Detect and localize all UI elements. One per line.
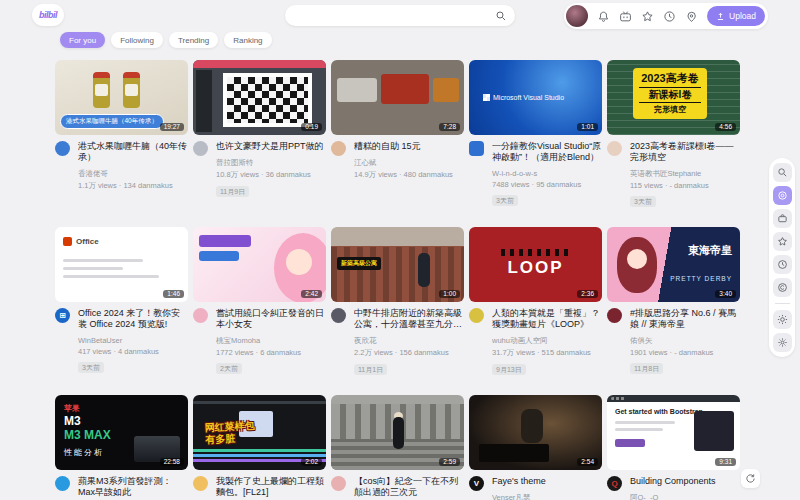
site-logo[interactable]: bilbil [32, 4, 64, 26]
uploader-avatar[interactable] [469, 308, 484, 323]
date-badge: 2天前 [216, 363, 242, 374]
tab-ranking[interactable]: Ranking [224, 32, 271, 48]
video-title[interactable]: 2023高考卷新課標I卷——完形填空 [630, 141, 740, 163]
video-card[interactable]: LOOP 2:36 人類的本質就是「重複」？獲獎動畫短片《LOOP》 wuhu动… [469, 227, 602, 376]
video-card[interactable]: 2:42 嘗試用繞口令糾正發音的日本小女友 桃宝Momoha 1772 view… [193, 227, 326, 376]
video-title[interactable]: 我製作了史上最爛的工程類麵包。[FL21] [216, 476, 326, 498]
video-thumbnail[interactable]: 网红菜样包 有多脏 2:02 [193, 395, 326, 470]
video-title[interactable]: 人類的本質就是「重複」？獲獎動畫短片《LOOP》 [492, 308, 602, 330]
video-author[interactable]: 佑俱矢 [630, 336, 740, 346]
tv-icon[interactable] [619, 10, 632, 23]
video-title[interactable]: 【cos向】紀念一下在不列顛出過的三次元 [354, 476, 464, 498]
clock-icon[interactable] [663, 10, 676, 23]
uploader-avatar[interactable] [469, 141, 484, 156]
video-author[interactable]: 夜欣花 [354, 336, 464, 346]
uploader-avatar[interactable] [193, 476, 208, 491]
video-thumbnail[interactable]: Get started with Bootstrap 9:31 [607, 395, 740, 470]
video-author[interactable]: W-i-n-d-o-w-s [492, 169, 602, 178]
duration-badge: 1:46 [163, 290, 184, 299]
user-avatar[interactable] [566, 5, 588, 27]
video-card[interactable]: 7:28 糟糕的自助 15元 江心赋 14.9万 views · 480 dan… [331, 60, 464, 208]
video-card[interactable]: 2:59 【cos向】紀念一下在不列顛出過的三次元 上智日頭圣诞屋 8.2万 v… [331, 395, 464, 500]
divider [775, 303, 790, 304]
video-author[interactable]: 普拉图斯特 [216, 158, 326, 168]
video-title[interactable]: Building Components [630, 476, 740, 487]
video-thumbnail[interactable]: 2:42 [193, 227, 326, 302]
uploader-avatar[interactable]: ⊞ [55, 308, 70, 323]
tab-trending[interactable]: Trending [169, 32, 218, 48]
video-author[interactable]: 阿Q-_-Q [630, 493, 740, 500]
uploader-avatar[interactable] [55, 141, 70, 156]
video-card[interactable]: Office 1:46 ⊞ Office 2024 来了！教你安装 Office… [55, 227, 188, 376]
uploader-avatar[interactable] [607, 308, 622, 323]
video-card[interactable]: 東海帝皇 PRETTY DERBY 3:40 #排版思路分享 No.6 / 賽馬… [607, 227, 740, 376]
video-title[interactable]: 蘋果M3系列首發評測：Max早該如此 [78, 476, 188, 498]
uploader-avatar[interactable]: V [469, 476, 484, 491]
video-thumbnail[interactable]: 東海帝皇 PRETTY DERBY 3:40 [607, 227, 740, 302]
video-title[interactable]: 一分鐘教你Visual Studio“原神啟動”！（適用於Blend） [492, 141, 602, 163]
video-thumbnail[interactable]: 2023高考卷 新课标I卷 完形填空 4:56 [607, 60, 740, 135]
video-author[interactable]: 江心赋 [354, 158, 464, 168]
video-thumbnail[interactable]: 港式水果咖喱牛腩（40年传承） 19:27 [55, 60, 188, 135]
clock-icon[interactable] [773, 255, 792, 274]
video-author[interactable]: 香港佬哥 [78, 169, 188, 179]
video-card[interactable]: 新築高級公寓 1:00 中野牛排店附近的新築高級公寓，十分溫馨甚至九分乾淨 夜欣… [331, 227, 464, 376]
search-bar[interactable] [285, 5, 515, 26]
refresh-button[interactable] [741, 469, 760, 488]
uploader-avatar[interactable] [607, 141, 622, 156]
video-thumbnail[interactable]: 苹果 M3 M3 MAX 性能分析 22:58 [55, 395, 188, 470]
recommend-icon[interactable] [773, 186, 792, 205]
briefcase-icon[interactable] [773, 209, 792, 228]
video-thumbnail[interactable]: LOOP 2:36 [469, 227, 602, 302]
pin-icon[interactable] [685, 10, 698, 23]
video-title[interactable]: Office 2024 来了！教你安装 Office 2024 预览版! [78, 308, 188, 330]
video-card[interactable]: 港式水果咖喱牛腩（40年传承） 19:27 港式水果咖喱牛腩（40年传承） 香港… [55, 60, 188, 208]
video-card[interactable]: 2:54 V Faye's theme Venser凡瑟 777 views ·… [469, 395, 602, 500]
thumb-caption: 東海帝皇 [688, 243, 732, 258]
video-author[interactable]: WinBetaUser [78, 336, 188, 345]
copyright-icon[interactable] [773, 278, 792, 297]
video-card[interactable]: 苹果 M3 M3 MAX 性能分析 22:58 蘋果M3系列首發評測：Max早該… [55, 395, 188, 500]
video-thumbnail[interactable]: 0:19 [193, 60, 326, 135]
video-thumbnail[interactable]: 7:28 [331, 60, 464, 135]
video-title[interactable]: 中野牛排店附近的新築高級公寓，十分溫馨甚至九分乾淨 [354, 308, 464, 330]
video-thumbnail[interactable]: 2:59 [331, 395, 464, 470]
video-author[interactable]: 桃宝Momoha [216, 336, 326, 346]
bell-icon[interactable] [597, 10, 610, 23]
search-icon[interactable] [495, 10, 507, 22]
uploader-avatar[interactable] [193, 141, 208, 156]
video-thumbnail[interactable]: 新築高級公寓 1:00 [331, 227, 464, 302]
video-author[interactable]: Venser凡瑟 [492, 493, 602, 500]
video-title[interactable]: Faye's theme [492, 476, 602, 487]
video-author[interactable]: wuhu动画人空间 [492, 336, 602, 346]
video-title[interactable]: 糟糕的自助 15元 [354, 141, 464, 152]
video-card[interactable]: 网红菜样包 有多脏 2:02 我製作了史上最爛的工程類麵包。[FL21] ice… [193, 395, 326, 500]
video-card[interactable]: Get started with Bootstrap 9:31 Q Buildi… [607, 395, 740, 500]
search-input[interactable] [285, 11, 495, 20]
uploader-avatar[interactable] [193, 308, 208, 323]
uploader-avatar[interactable] [55, 476, 70, 491]
video-card[interactable]: 0:19 也许文豪野犬是用PPT做的 普拉图斯特 10.8万 views · 3… [193, 60, 326, 208]
uploader-avatar[interactable] [331, 476, 346, 491]
video-title[interactable]: 港式水果咖喱牛腩（40年传承） [78, 141, 188, 163]
tab-following[interactable]: Following [111, 32, 163, 48]
uploader-avatar[interactable] [331, 141, 346, 156]
video-thumbnail[interactable]: 2:54 [469, 395, 602, 470]
sun-icon[interactable] [773, 310, 792, 329]
video-title[interactable]: #排版思路分享 No.6 / 賽馬娘 // 東海帝皇 [630, 308, 740, 330]
uploader-avatar[interactable]: Q [607, 476, 622, 491]
video-thumbnail[interactable]: Microsoft Visual Studio 1:01 [469, 60, 602, 135]
upload-button[interactable]: Upload [707, 6, 765, 26]
search-icon[interactable] [773, 163, 792, 182]
video-title[interactable]: 嘗試用繞口令糾正發音的日本小女友 [216, 308, 326, 330]
star-icon[interactable] [641, 10, 654, 23]
video-author[interactable]: 英语教书匠Stephanie [630, 169, 740, 179]
star-icon[interactable] [773, 232, 792, 251]
gear-icon[interactable] [773, 333, 792, 352]
tab-for-you[interactable]: For you [60, 32, 105, 48]
video-thumbnail[interactable]: Office 1:46 [55, 227, 188, 302]
video-title[interactable]: 也许文豪野犬是用PPT做的 [216, 141, 326, 152]
video-card[interactable]: Microsoft Visual Studio 1:01 一分鐘教你Visual… [469, 60, 602, 208]
uploader-avatar[interactable] [331, 308, 346, 323]
video-card[interactable]: 2023高考卷 新课标I卷 完形填空 4:56 2023高考卷新課標I卷——完形… [607, 60, 740, 208]
